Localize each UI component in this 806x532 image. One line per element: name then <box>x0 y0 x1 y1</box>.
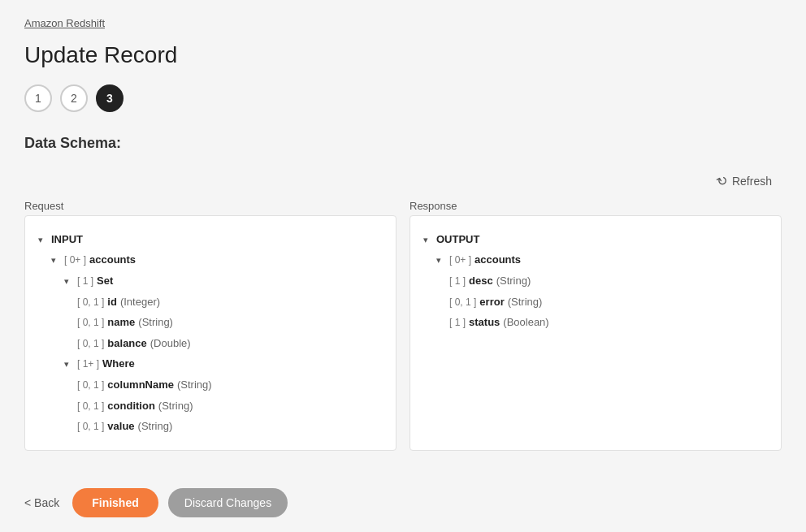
schema-panels: ▾ INPUT ▾ [ 0+ ] accounts ▾ [ 1 ] <box>24 215 782 451</box>
cardinality: [ 0, 1 ] <box>449 294 476 312</box>
response-panel: ▾ OUTPUT ▾ [ 0+ ] accounts [ 1 ] desc <box>410 215 782 451</box>
field-type: (Boolean) <box>503 313 548 331</box>
list-item: [ 0, 1 ] id (Integer) <box>77 292 383 313</box>
finished-button[interactable]: Finished <box>72 488 158 517</box>
field-name: error <box>479 292 504 311</box>
refresh-button[interactable]: ↻ Refresh <box>707 168 782 193</box>
refresh-icon: ↻ <box>713 171 730 190</box>
section-name: INPUT <box>51 230 83 249</box>
accounts-group: ▾ [ 1 ] Set [ 0, 1 ] id (Integer) <box>51 270 383 437</box>
list-item: ▾ [ 0+ ] accounts <box>436 249 768 270</box>
field-name: accounts <box>89 250 136 269</box>
cardinality: [ 0, 1 ] <box>77 398 104 416</box>
field-name: Where <box>102 354 135 373</box>
field-name: desc <box>469 271 493 290</box>
field-type: (Integer) <box>120 292 160 311</box>
finished-label: Finished <box>92 496 139 509</box>
list-item: ▾ [ 1 ] Set <box>64 270 383 292</box>
footer: < Back Finished Discard Changes <box>24 475 782 517</box>
back-label: < Back <box>24 496 59 509</box>
cardinality: [ 0, 1 ] <box>77 314 104 332</box>
data-schema-title: Data Schema: <box>24 135 782 152</box>
field-name: value <box>107 417 134 435</box>
field-name: id <box>107 292 117 311</box>
cardinality: [ 0, 1 ] <box>77 377 104 395</box>
cardinality: [ 0, 1 ] <box>77 335 104 353</box>
breadcrumb-link[interactable]: Amazon Redshift <box>24 17 105 29</box>
cardinality: [ 0+ ] <box>64 252 86 270</box>
request-panel: ▾ INPUT ▾ [ 0+ ] accounts ▾ [ 1 ] <box>24 215 396 451</box>
chevron-icon[interactable]: ▾ <box>423 232 433 249</box>
chevron-icon[interactable]: ▾ <box>51 253 61 269</box>
field-type: (Double) <box>150 334 191 353</box>
chevron-icon[interactable]: ▾ <box>64 357 74 373</box>
chevron-icon[interactable]: ▾ <box>64 274 74 290</box>
list-item: [ 0, 1 ] columnName (String) <box>77 374 383 396</box>
back-button[interactable]: < Back <box>24 496 59 509</box>
panel-labels-row: Request Response <box>24 200 782 212</box>
list-item: [ 0, 1 ] name (String) <box>77 312 383 333</box>
field-name: name <box>107 313 135 331</box>
accounts-output-group: [ 1 ] desc (String) [ 0, 1 ] error (Stri… <box>436 270 768 333</box>
list-item: ▾ [ 0+ ] accounts <box>51 249 383 270</box>
field-type: (String) <box>496 271 531 290</box>
step-3[interactable]: 3 <box>96 84 124 112</box>
list-item: [ 0, 1 ] error (String) <box>449 292 768 313</box>
cardinality: [ 0, 1 ] <box>77 294 104 312</box>
schema-area: ↻ Refresh Request Response ▾ INPUT ▾ <box>24 168 782 451</box>
discard-button[interactable]: Discard Changes <box>168 488 288 517</box>
page-title: Update Record <box>24 42 782 68</box>
cardinality: [ 1 ] <box>449 314 466 332</box>
response-label: Response <box>410 200 782 212</box>
stepper: 1 2 3 <box>24 84 782 112</box>
list-item: ▾ OUTPUT <box>423 229 768 249</box>
list-item: [ 1 ] desc (String) <box>449 270 768 292</box>
page: Amazon Redshift Update Record 1 2 3 Data… <box>0 0 806 532</box>
step-1[interactable]: 1 <box>24 84 52 112</box>
step-2[interactable]: 2 <box>60 84 88 112</box>
list-item: [ 0, 1 ] balance (Double) <box>77 333 383 354</box>
field-type: (String) <box>138 313 173 331</box>
where-group: [ 0, 1 ] columnName (String) [ 0, 1 ] co… <box>64 374 383 437</box>
section-name: OUTPUT <box>436 230 479 249</box>
request-label: Request <box>24 200 396 212</box>
cardinality: [ 0, 1 ] <box>77 418 104 436</box>
field-type: (String) <box>158 396 193 415</box>
set-group: [ 0, 1 ] id (Integer) [ 0, 1 ] name (Str… <box>64 292 383 354</box>
list-item: ▾ [ 1+ ] Where <box>64 353 383 374</box>
request-content: ▾ INPUT ▾ [ 0+ ] accounts ▾ [ 1 ] <box>25 216 396 450</box>
cardinality: [ 1+ ] <box>77 356 99 374</box>
cardinality: [ 1 ] <box>77 273 93 291</box>
output-group: ▾ [ 0+ ] accounts [ 1 ] desc (String) <box>423 249 768 332</box>
field-name: condition <box>107 396 155 415</box>
field-type: (String) <box>138 417 173 435</box>
response-content: ▾ OUTPUT ▾ [ 0+ ] accounts [ 1 ] desc <box>410 216 781 346</box>
discard-label: Discard Changes <box>184 496 271 509</box>
list-item: [ 0, 1 ] value (String) <box>77 416 383 437</box>
chevron-icon[interactable]: ▾ <box>436 253 446 269</box>
field-name: accounts <box>474 250 521 269</box>
breadcrumb[interactable]: Amazon Redshift <box>24 16 782 29</box>
field-name: columnName <box>107 375 174 394</box>
list-item: ▾ INPUT <box>38 229 383 249</box>
field-name: status <box>469 313 500 331</box>
list-item: [ 0, 1 ] condition (String) <box>77 396 383 417</box>
input-group: ▾ [ 0+ ] accounts ▾ [ 1 ] Set <box>38 249 383 436</box>
list-item: [ 1 ] status (Boolean) <box>449 312 768 333</box>
schema-header: ↻ Refresh <box>24 168 782 193</box>
cardinality: [ 0+ ] <box>449 252 471 270</box>
field-type: (String) <box>177 375 212 394</box>
field-type: (String) <box>508 292 543 311</box>
cardinality: [ 1 ] <box>449 273 466 291</box>
chevron-icon[interactable]: ▾ <box>38 232 48 249</box>
field-name: balance <box>107 334 146 353</box>
refresh-label: Refresh <box>732 175 772 188</box>
field-name: Set <box>97 271 113 290</box>
